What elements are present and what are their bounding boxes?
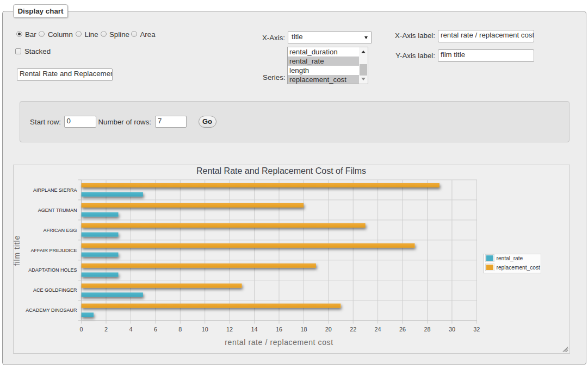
svg-text:AFFAIR PREJUDICE: AFFAIR PREJUDICE <box>30 248 77 253</box>
svg-text:28: 28 <box>424 326 430 333</box>
svg-text:0: 0 <box>80 326 83 333</box>
svg-text:film title: film title <box>14 235 21 266</box>
svg-text:12: 12 <box>226 326 233 333</box>
svg-text:6: 6 <box>154 326 157 333</box>
svg-text:20: 20 <box>325 326 332 333</box>
svg-text:rental rate / replacement cost: rental rate / replacement cost <box>225 338 333 347</box>
svg-text:32: 32 <box>473 326 480 333</box>
svg-text:24: 24 <box>375 326 381 333</box>
svg-text:ACADEMY DINOSAUR: ACADEMY DINOSAUR <box>26 308 77 313</box>
svg-text:AGENT TRUMAN: AGENT TRUMAN <box>38 208 77 213</box>
svg-text:10: 10 <box>202 326 208 333</box>
svg-text:ADAPTATION HOLES: ADAPTATION HOLES <box>28 267 77 273</box>
svg-text:22: 22 <box>350 326 356 333</box>
svg-text:18: 18 <box>300 326 307 333</box>
svg-text:4: 4 <box>129 326 132 333</box>
svg-text:2: 2 <box>104 326 108 333</box>
svg-text:AFRICAN EGG: AFRICAN EGG <box>43 228 77 233</box>
svg-text:26: 26 <box>399 326 406 333</box>
svg-text:30: 30 <box>449 326 455 333</box>
svg-text:ACE GOLDFINGER: ACE GOLDFINGER <box>33 287 77 293</box>
svg-text:8: 8 <box>178 326 182 333</box>
svg-text:replacement_cost: replacement_cost <box>497 265 541 271</box>
svg-text:rental_rate: rental_rate <box>497 255 523 261</box>
svg-text:14: 14 <box>251 326 257 333</box>
svg-text:AIRPLANE SIERRA: AIRPLANE SIERRA <box>33 187 77 193</box>
svg-text:16: 16 <box>276 326 282 333</box>
svg-text:Rental Rate and Replacement Co: Rental Rate and Replacement Cost of Film… <box>196 166 366 175</box>
